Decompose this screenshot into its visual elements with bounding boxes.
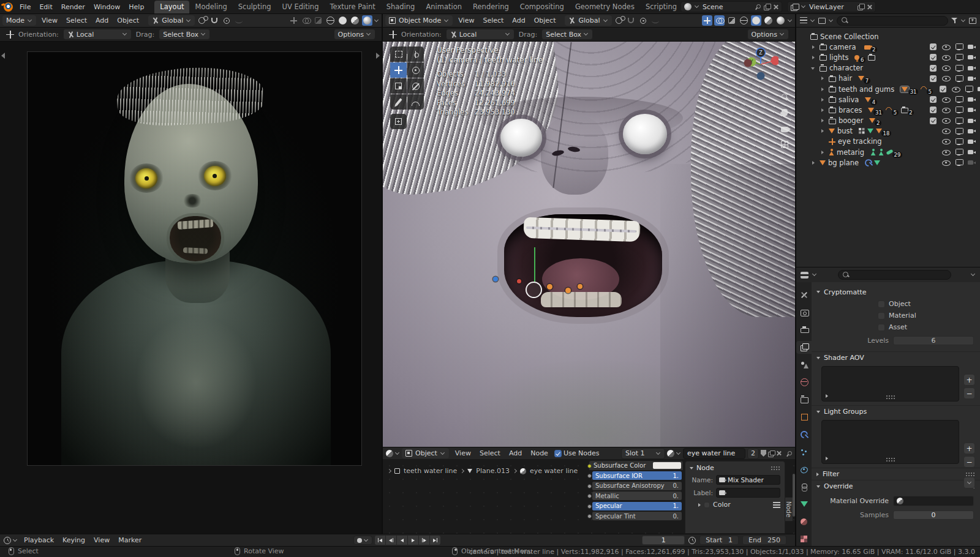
shading-rendered-button[interactable] (775, 15, 786, 26)
panel-header-cryptomatte[interactable]: Cryptomatte (812, 286, 980, 298)
workspace-tab-texture-paint[interactable]: Texture Paint (324, 1, 380, 13)
shader-editor-type-icon[interactable] (386, 450, 393, 457)
shading-solid-button[interactable] (337, 15, 348, 26)
monitor-toggle[interactable] (954, 95, 964, 105)
camera-view-button[interactable] (778, 122, 791, 135)
left-viewport-menu-object[interactable]: Object (113, 15, 143, 26)
play-reverse-button[interactable] (397, 536, 407, 545)
shading-wireframe-button[interactable] (739, 15, 749, 26)
outliner-row-bust[interactable]: bust18 (796, 126, 980, 136)
resize-grip-icon[interactable] (886, 395, 895, 399)
monitor-toggle[interactable] (954, 63, 964, 73)
properties-search-input[interactable] (852, 271, 946, 279)
material-icon[interactable] (667, 450, 674, 457)
check-toggle[interactable] (928, 42, 938, 52)
outliner-row-eye-tracking[interactable]: eye tracking (796, 136, 980, 147)
snap-toggle-button[interactable] (626, 15, 636, 26)
panel-header-override[interactable]: Override (812, 480, 980, 492)
properties-tab-object-data[interactable] (796, 498, 812, 511)
node-panel-header[interactable]: Node (690, 464, 780, 472)
outliner-row-booger[interactable]: booger2 (796, 116, 980, 126)
scrollbar[interactable] (793, 474, 795, 517)
color-checkbox[interactable] (704, 502, 710, 508)
node-socket-row-subsurface-color[interactable]: Subsurface Color (589, 461, 683, 470)
monitor-toggle[interactable] (954, 116, 964, 125)
workspace-tab-animation[interactable]: Animation (420, 1, 467, 13)
properties-tab-output[interactable] (796, 323, 812, 337)
frame-start-field[interactable]: Start 1 (699, 536, 739, 545)
expand-arrow-icon[interactable] (810, 44, 817, 50)
workspace-tab-modeling[interactable]: Modeling (189, 1, 232, 13)
shading-wireframe-button[interactable] (325, 15, 336, 26)
properties-editor-type-icon[interactable] (801, 272, 809, 278)
app-menu-edit[interactable]: Edit (35, 2, 56, 12)
copy-icon[interactable] (858, 4, 864, 10)
current-frame-field[interactable]: 1 (642, 536, 685, 545)
add-light-group-button[interactable]: + (963, 443, 975, 454)
workspace-tab-uv-editing[interactable]: UV Editing (276, 1, 324, 13)
expand-arrow-icon[interactable] (820, 118, 826, 124)
outliner-row-teeth-and-gums[interactable]: teeth and gums315 (796, 84, 980, 94)
transform-orientation-dropdown[interactable]: Local (446, 29, 514, 40)
close-icon[interactable] (867, 4, 872, 10)
scene-selector[interactable]: Scene (680, 1, 782, 12)
camera-toggle[interactable] (967, 73, 977, 83)
frame-end-field[interactable]: End 250 (742, 536, 786, 545)
use-preview-range-icon[interactable] (688, 537, 696, 544)
proportional-editing-button[interactable] (638, 15, 649, 26)
new-collection-icon[interactable] (969, 18, 976, 24)
shader-menu-add[interactable]: Add (505, 448, 526, 458)
remove-light-group-button[interactable]: − (963, 456, 975, 468)
tool-select-box[interactable] (390, 47, 407, 62)
overlays-toggle[interactable] (301, 15, 311, 26)
tool-annotate[interactable] (390, 94, 407, 110)
properties-tab-physics[interactable] (796, 463, 812, 476)
tool-measure[interactable] (407, 94, 424, 110)
orthographic-toggle-button[interactable] (778, 138, 791, 151)
color-section-collapsed-icon[interactable] (698, 503, 701, 507)
eye-toggle[interactable] (941, 73, 951, 83)
outliner-search[interactable] (837, 16, 948, 26)
chevron-down-icon[interactable] (788, 18, 793, 23)
socket-slider[interactable]: Specular1. (592, 502, 682, 510)
pin-icon[interactable] (755, 4, 761, 10)
properties-tab-modifiers[interactable] (796, 428, 812, 441)
check-toggle[interactable] (928, 116, 938, 125)
check-toggle[interactable] (928, 53, 938, 62)
jump-to-start-button[interactable] (375, 536, 385, 545)
transform-orientation-dropdown[interactable]: Local (63, 29, 132, 40)
options-dropdown[interactable]: Options (747, 29, 789, 40)
check-toggle[interactable] (928, 95, 938, 105)
main-3d-viewport[interactable]: User Perspective (1) camera | teeth wate… (383, 42, 795, 447)
tool-transform[interactable] (407, 78, 424, 94)
copy-material-icon[interactable] (768, 450, 774, 457)
camera-render-viewport[interactable] (0, 42, 382, 534)
properties-search[interactable] (838, 270, 951, 280)
camera-toggle[interactable] (967, 53, 977, 62)
light-groups-list[interactable] (821, 420, 959, 464)
shading-material-button[interactable] (763, 15, 774, 26)
filter-icon[interactable] (951, 17, 958, 24)
workspace-tab-shading[interactable]: Shading (381, 1, 421, 13)
drag-mode-dropdown[interactable]: Select Box (541, 29, 593, 40)
node-socket-row-subsurface-anisotropy[interactable]: Subsurface Anisotropy0. (589, 481, 683, 490)
eye-toggle[interactable] (941, 126, 951, 136)
shader-type-dropdown[interactable]: Object (402, 448, 449, 458)
expand-arrow-icon[interactable] (820, 128, 826, 134)
outliner-row-scene-collection[interactable]: Scene Collection (796, 31, 980, 42)
outliner-row-bg-plane[interactable]: bg plane (796, 157, 980, 168)
left-mode-dropdown[interactable]: Mode (2, 15, 36, 26)
socket-slider[interactable]: Subsurface Anisotropy0. (592, 482, 682, 490)
properties-tab-scene[interactable] (796, 358, 812, 372)
eye-toggle[interactable] (951, 84, 961, 94)
camera-toggle[interactable] (967, 42, 977, 52)
node-socket-row-metallic[interactable]: Metallic0. (589, 492, 683, 501)
outliner-row-camera[interactable]: camera2 (796, 42, 980, 52)
close-icon[interactable] (773, 4, 778, 10)
play-button[interactable] (408, 536, 418, 545)
presets-menu-icon[interactable] (773, 502, 780, 508)
eye-toggle[interactable] (941, 158, 951, 168)
workspace-tab-layout[interactable]: Layout (154, 1, 189, 13)
checkbox-material[interactable] (878, 312, 885, 320)
chevron-down-icon[interactable] (971, 272, 976, 277)
